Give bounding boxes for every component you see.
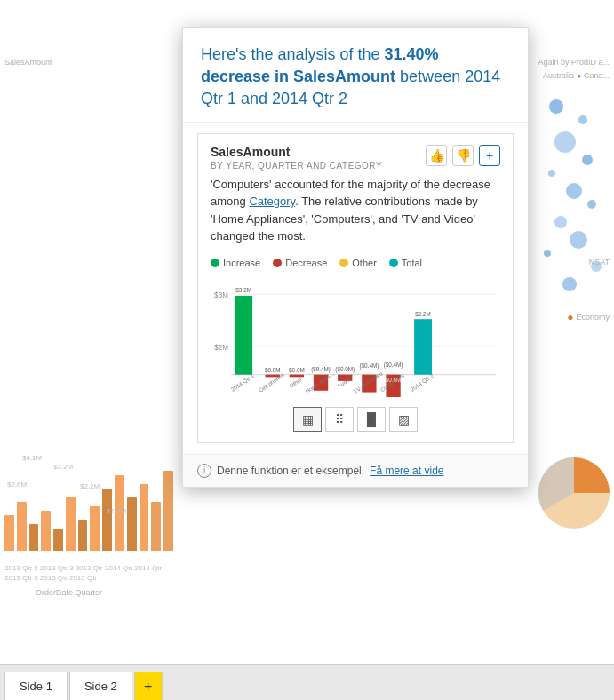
bar-2014-qtr2 bbox=[414, 319, 432, 374]
legend-increase-dot bbox=[211, 259, 219, 267]
chart-svg: $3M $2M $3.2M $0.0M $0.0M ($0.4M) bbox=[211, 275, 500, 400]
legend-decrease: Decrease bbox=[273, 258, 327, 268]
inner-card-subtitle: BY YEAR, QUARTER AND CATEGORY bbox=[211, 161, 382, 171]
svg-point-5 bbox=[566, 183, 582, 199]
y-label-2m: $2M bbox=[214, 343, 228, 351]
legend-other: Other bbox=[339, 258, 377, 268]
legend-decrease-label: Decrease bbox=[285, 258, 327, 268]
legend-increase-label: Increase bbox=[223, 258, 260, 268]
svg-point-2 bbox=[554, 131, 576, 153]
legend-increase: Increase bbox=[211, 258, 260, 268]
bg-bar-label-1: $2.6M bbox=[7, 481, 27, 489]
svg-point-8 bbox=[570, 231, 587, 249]
x-label-3: Other bbox=[288, 376, 303, 389]
bar-label-computers: ($0.4M) bbox=[384, 361, 403, 368]
chart-view-buttons: ▦ ⠿ ▐▌ ▨ bbox=[211, 407, 500, 432]
bg-pie bbox=[534, 453, 614, 533]
bar-label-2014-qtr2: $2.2M bbox=[415, 310, 431, 316]
bar-2014-qtr1 bbox=[235, 295, 252, 374]
bg-bars bbox=[0, 195, 178, 551]
thumbs-down-button[interactable]: 👎 bbox=[452, 145, 474, 166]
tab-bar: Side 1 Side 2 + bbox=[0, 664, 614, 700]
bg-bar-label-5: $1.3M bbox=[107, 507, 126, 515]
footer-link[interactable]: Få mere at vide bbox=[370, 465, 443, 477]
svg-point-9 bbox=[544, 250, 551, 257]
popup-title: Here's the analysis of the 31.40% decrea… bbox=[201, 44, 510, 111]
bg-left-label: SalesAmount bbox=[4, 58, 52, 67]
legend-other-dot bbox=[339, 259, 348, 267]
tab-side2[interactable]: Side 2 bbox=[69, 672, 132, 700]
svg-point-3 bbox=[582, 155, 593, 165]
svg-point-6 bbox=[587, 200, 596, 209]
bg-bar-label-2: $4.1M bbox=[22, 454, 42, 462]
bar-label-2014-qtr1: $3.2M bbox=[235, 287, 251, 293]
legend-decrease-dot bbox=[273, 259, 282, 267]
category-link[interactable]: Category bbox=[249, 195, 295, 208]
popup-header: Here's the analysis of the 31.40% decrea… bbox=[183, 28, 528, 123]
add-button[interactable]: + bbox=[479, 145, 500, 166]
info-icon: i bbox=[197, 464, 211, 478]
svg-point-11 bbox=[562, 277, 577, 291]
x-label-4: Home Appli... bbox=[304, 370, 336, 394]
view-btn-bar[interactable]: ▐▌ bbox=[357, 407, 386, 432]
bg-bar-label-4: $2.2M bbox=[80, 482, 100, 490]
bg-left-chart: SalesAmount $2.6M $4.1M $3.2M $2.2M $1.3… bbox=[0, 0, 178, 640]
popup-footer: i Denne funktion er et eksempel. Få mere… bbox=[183, 454, 528, 487]
chart-legend: Increase Decrease Other Total bbox=[211, 258, 500, 268]
x-label-1: 2014 Qtr 1 bbox=[229, 371, 255, 393]
inner-card-actions: 👍 👎 + bbox=[426, 145, 500, 166]
legend-total: Total bbox=[389, 258, 422, 268]
bar-label-tv: ($0.4M) bbox=[359, 362, 379, 370]
legend-total-dot bbox=[389, 259, 398, 267]
title-text-1: Here's the analysis of the bbox=[201, 45, 385, 63]
tab-side1[interactable]: Side 1 bbox=[4, 672, 68, 700]
view-btn-scatter[interactable]: ⠿ bbox=[325, 407, 354, 432]
x-label-8: 2014 Qtr 2 bbox=[409, 371, 435, 393]
tab-side2-label: Side 2 bbox=[84, 680, 117, 693]
bg-right-label2: Australia ●Cana... bbox=[543, 71, 610, 80]
bar-label-cell: $0.0M bbox=[265, 367, 281, 373]
inner-analysis-card: SalesAmount BY YEAR, QUARTER AND CATEGOR… bbox=[197, 133, 514, 443]
tab-add-button[interactable]: + bbox=[134, 672, 163, 700]
bg-right-label1: Again by ProdID a... bbox=[538, 58, 610, 67]
bg-bar-label-3: $3.2M bbox=[53, 463, 73, 471]
tab-side1-label: Side 1 bbox=[20, 680, 52, 693]
bar-label-other: $0.0M bbox=[289, 367, 305, 373]
bg-nsat-label: NSAT bbox=[589, 258, 610, 266]
analysis-text: 'Computers' accounted for the majority o… bbox=[211, 176, 500, 245]
inner-card-header: SalesAmount BY YEAR, QUARTER AND CATEGOR… bbox=[211, 145, 500, 171]
legend-other-label: Other bbox=[352, 258, 377, 268]
footer-text: Denne funktion er et eksempel. bbox=[217, 465, 364, 477]
svg-point-4 bbox=[548, 170, 555, 177]
svg-point-1 bbox=[578, 115, 587, 124]
inner-card-title: SalesAmount bbox=[211, 145, 382, 159]
bar-other bbox=[290, 374, 304, 377]
legend-total-label: Total bbox=[402, 258, 422, 268]
view-btn-other[interactable]: ▨ bbox=[389, 407, 418, 432]
waterfall-chart: $3M $2M $3.2M $0.0M $0.0M ($0.4M) bbox=[211, 275, 500, 400]
y-label-3m: $3M bbox=[214, 290, 228, 298]
svg-point-0 bbox=[549, 99, 563, 114]
bar-label-audio: ($0.0M) bbox=[335, 366, 355, 373]
view-btn-table[interactable]: ▦ bbox=[293, 407, 322, 432]
bg-x-axis: 2013 Qtr 22013 Qtr 32013 Qtr 2014 Qtr201… bbox=[4, 564, 178, 582]
bg-x-title: OrderDate Quarter bbox=[36, 588, 102, 597]
thumbs-up-button[interactable]: 👍 bbox=[426, 145, 447, 166]
tab-add-icon: + bbox=[144, 679, 152, 695]
inner-card-title-group: SalesAmount BY YEAR, QUARTER AND CATEGOR… bbox=[211, 145, 382, 171]
analysis-popup: Here's the analysis of the 31.40% decrea… bbox=[182, 27, 529, 488]
bg-economy-label: ● Economy bbox=[567, 311, 610, 323]
svg-point-7 bbox=[554, 216, 567, 228]
